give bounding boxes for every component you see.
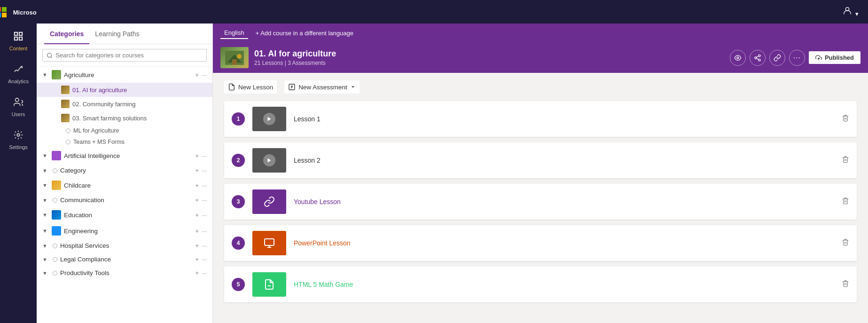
lesson-thumb-5[interactable] xyxy=(252,272,286,297)
childcare-label: Childcare xyxy=(64,182,193,189)
lesson-delete-1[interactable] xyxy=(842,114,849,124)
share-user-button[interactable] xyxy=(750,50,766,66)
nav-item-settings[interactable]: Settings xyxy=(0,123,37,156)
category-add-btn[interactable]: + xyxy=(195,167,199,174)
category-legal[interactable]: ▼ Legal Compliance + ··· xyxy=(37,252,212,266)
lesson-card-2: 2 Lesson 2 xyxy=(224,142,857,178)
nav-item-users[interactable]: Users xyxy=(0,90,37,123)
agriculture-more-btn[interactable]: ··· xyxy=(202,71,207,79)
ai-add-btn[interactable]: + xyxy=(195,152,199,159)
course-actions: ··· Published xyxy=(730,50,860,66)
legal-add-btn[interactable]: + xyxy=(195,256,199,263)
lesson-card-3: 3 Youtube Lesson xyxy=(224,184,857,220)
more-actions-button[interactable]: ··· xyxy=(789,50,805,66)
legal-more-btn[interactable]: ··· xyxy=(202,256,207,263)
sub-smart-farming[interactable]: 03. Smart farming solutions xyxy=(37,111,212,125)
nav-item-content[interactable]: Content xyxy=(0,24,37,57)
svg-point-5 xyxy=(17,134,20,136)
hospital-add-btn[interactable]: + xyxy=(195,242,199,249)
hospital-label: Hospital Services xyxy=(60,242,193,249)
lesson-name-1[interactable]: Lesson 1 xyxy=(294,115,834,123)
search-input[interactable] xyxy=(55,52,203,59)
category-ai[interactable]: ▼ Artificial Intelligence + ··· xyxy=(37,148,212,164)
nav-item-analytics[interactable]: Analytics xyxy=(0,57,37,90)
sub-community-farming[interactable]: 02. Community farming xyxy=(37,97,212,111)
lesson-card-1: 1 Lesson 1 xyxy=(224,101,857,137)
sidebar: Categories Learning Paths ▼ Agriculture xyxy=(37,24,213,323)
lesson-thumb-3[interactable] xyxy=(252,189,286,214)
lesson-delete-4[interactable] xyxy=(842,238,849,248)
productivity-add-btn[interactable]: + xyxy=(195,269,199,276)
lesson-delete-5[interactable] xyxy=(842,280,849,289)
tab-learning-paths[interactable]: Learning Paths xyxy=(89,24,145,44)
engineering-add-btn[interactable]: + xyxy=(195,228,199,235)
communication-label: Communication xyxy=(60,197,193,204)
search-box[interactable] xyxy=(42,49,207,62)
chevron-engineering: ▼ xyxy=(42,228,49,234)
svg-line-8 xyxy=(51,56,52,57)
play-button-2[interactable] xyxy=(263,154,275,166)
lang-tab-english[interactable]: English xyxy=(220,27,248,39)
chevron-childcare: ▼ xyxy=(42,182,49,188)
svg-point-4 xyxy=(16,98,19,101)
education-actions: + ··· xyxy=(195,212,207,219)
category-communication[interactable]: ▼ Communication + ··· xyxy=(37,193,212,207)
svg-rect-26 xyxy=(265,239,274,245)
sub-ai-agriculture[interactable]: 01. AI for agriculture xyxy=(37,83,212,97)
community-farming-icon xyxy=(61,100,70,108)
new-lesson-button[interactable]: New Lesson xyxy=(224,80,277,94)
lesson-thumb-4[interactable] xyxy=(252,231,286,255)
user-menu-button[interactable]: ▾ xyxy=(842,6,859,18)
communication-dot xyxy=(53,198,57,203)
engineering-more-btn[interactable]: ··· xyxy=(202,228,207,235)
course-info: 01. AI for agriculture 21 Lessons | 3 As… xyxy=(254,49,724,66)
childcare-more-btn[interactable]: ··· xyxy=(202,182,207,189)
category-more-btn[interactable]: ··· xyxy=(202,167,207,174)
category-agriculture[interactable]: ▼ Agriculture + ··· xyxy=(37,67,212,83)
lesson-delete-2[interactable] xyxy=(842,156,849,165)
lesson-thumb-2[interactable] xyxy=(252,148,286,173)
communication-more-btn[interactable]: ··· xyxy=(202,197,207,204)
lesson-thumb-1[interactable] xyxy=(252,107,286,131)
link-button[interactable] xyxy=(769,50,785,66)
lesson-name-2[interactable]: Lesson 2 xyxy=(294,157,834,164)
hospital-more-btn[interactable]: ··· xyxy=(202,242,207,249)
svg-marker-25 xyxy=(268,158,271,163)
communication-add-btn[interactable]: + xyxy=(195,197,199,204)
ai-more-btn[interactable]: ··· xyxy=(202,152,207,159)
lesson-card-5: 5 HTML 5 Math Game xyxy=(224,267,857,302)
education-add-btn[interactable]: + xyxy=(195,212,199,219)
agriculture-add-btn[interactable]: + xyxy=(195,71,199,79)
leaf-teams-forms[interactable]: Teams + MS Forms xyxy=(37,136,212,148)
leaf-ml-agriculture[interactable]: ML for Agriculture xyxy=(37,125,212,136)
lesson-content-area: New Lesson New Assessment 1 xyxy=(213,73,868,323)
new-assessment-button[interactable]: New Assessment xyxy=(284,80,360,94)
lesson-name-4[interactable]: PowerPoint Lesson xyxy=(294,239,834,247)
add-language-button[interactable]: + Add course in a different language xyxy=(256,30,353,37)
category-category[interactable]: ▼ Category + ··· xyxy=(37,164,212,177)
play-button-1[interactable] xyxy=(263,113,275,125)
productivity-more-btn[interactable]: ··· xyxy=(202,269,207,276)
lesson-name-5[interactable]: HTML 5 Math Game xyxy=(294,281,834,288)
sidebar-tabs: Categories Learning Paths xyxy=(37,24,212,44)
education-label: Education xyxy=(64,212,193,219)
lesson-number-3: 3 xyxy=(232,195,245,208)
category-childcare[interactable]: ▼ Childcare + ··· xyxy=(37,177,212,193)
productivity-actions: + ··· xyxy=(195,269,207,276)
svg-point-13 xyxy=(737,57,739,59)
education-more-btn[interactable]: ··· xyxy=(202,212,207,219)
published-button[interactable]: Published xyxy=(809,51,860,64)
category-productivity[interactable]: ▼ Productivity Tools + ··· xyxy=(37,266,212,280)
tab-categories[interactable]: Categories xyxy=(44,24,89,44)
lesson-name-3[interactable]: Youtube Lesson xyxy=(294,198,834,205)
ai-icon xyxy=(52,151,61,160)
lesson-delete-3[interactable] xyxy=(842,197,849,206)
preview-button[interactable] xyxy=(730,50,746,66)
svg-rect-11 xyxy=(232,59,237,65)
category-education[interactable]: ▼ Education + ··· xyxy=(37,207,212,223)
course-title: 01. AI for agriculture xyxy=(254,49,724,59)
category-engineering[interactable]: ▼ Engineering + ··· xyxy=(37,223,212,239)
childcare-add-btn[interactable]: + xyxy=(195,182,199,189)
category-hospital[interactable]: ▼ Hospital Services + ··· xyxy=(37,239,212,252)
legal-actions: + ··· xyxy=(195,256,207,263)
